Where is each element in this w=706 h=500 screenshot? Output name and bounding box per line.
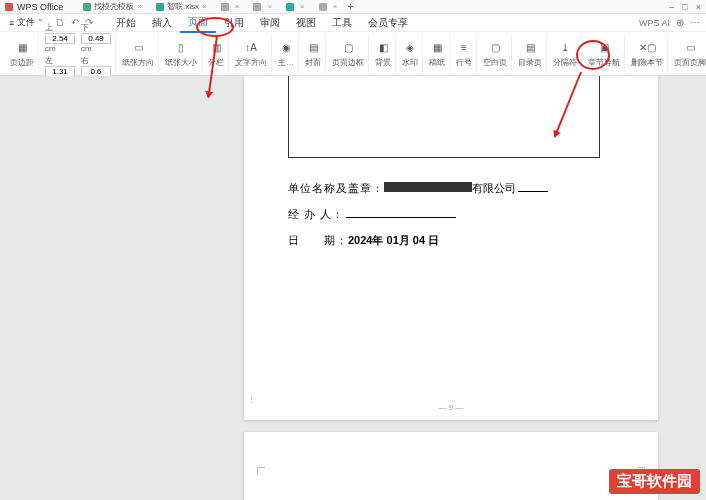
- text-direction-button[interactable]: ↕A文字方向: [231, 34, 272, 73]
- crop-mark-icon: [257, 467, 265, 475]
- close-icon[interactable]: ×: [267, 2, 272, 11]
- date-value: 2024年 01月 04 日: [348, 229, 439, 251]
- close-icon[interactable]: ×: [300, 2, 305, 11]
- unit-suffix: 有限公司: [472, 177, 516, 199]
- border-icon: ▢: [340, 40, 356, 56]
- doc-icon: [319, 3, 327, 11]
- menu-member[interactable]: 会员专享: [360, 14, 416, 32]
- app-name: WPS Office: [17, 2, 63, 12]
- app-logo-icon: [5, 3, 13, 11]
- watermark-icon: ◈: [402, 40, 418, 56]
- redacted-text: [384, 182, 472, 192]
- wps-ai-button[interactable]: WPS AI: [639, 18, 670, 28]
- doc-icon: [253, 3, 261, 11]
- page-border-button[interactable]: ▢页面边框: [328, 34, 369, 73]
- delete-section-icon: ✕▢: [639, 40, 655, 56]
- document-tabs: 找模壳模板× 智联.xlsx× × × × × +: [77, 1, 355, 13]
- document-page-1: 单位名称及盖章：有限公司 经 办 人： 日 期：2024年 01月 04 日 —…: [244, 76, 658, 420]
- margins-group[interactable]: ▦ 页边距: [6, 34, 39, 73]
- header-footer-button[interactable]: ▭页面页脚: [670, 34, 706, 73]
- separator-button[interactable]: ⤓分隔符: [549, 34, 582, 73]
- paper-size-button[interactable]: ▯纸张大小: [161, 34, 202, 73]
- line-number-button[interactable]: ≡行号: [452, 34, 477, 73]
- ruler-mark: ⋮: [248, 396, 255, 404]
- doc-tab-0[interactable]: 找模壳模板×: [77, 1, 148, 13]
- close-icon[interactable]: ×: [235, 2, 240, 11]
- close-icon[interactable]: ×: [202, 2, 207, 11]
- more-icon[interactable]: ⋯: [690, 17, 700, 28]
- doc-tab-1[interactable]: 智联.xlsx×: [150, 1, 213, 13]
- toc-page-button[interactable]: ▤目录页: [514, 34, 547, 73]
- doc-tab-2[interactable]: ×: [215, 1, 246, 13]
- doc-icon: [286, 3, 294, 11]
- margin-top-label: 上: [45, 23, 53, 32]
- menu-reference[interactable]: 引用: [216, 14, 252, 32]
- site-watermark: 宝哥软件园: [609, 469, 700, 494]
- file-menu[interactable]: ≡ 文件 ˅: [6, 16, 46, 29]
- doc-icon: [221, 3, 229, 11]
- doc-tab-label: 智联.xlsx: [167, 1, 199, 12]
- manuscript-icon: ▦: [429, 40, 445, 56]
- title-bar: WPS Office 找模壳模板× 智联.xlsx× × × × × + – □…: [0, 0, 706, 14]
- menu-tools[interactable]: 工具: [324, 14, 360, 32]
- menu-view[interactable]: 视图: [288, 14, 324, 32]
- doc-icon: [83, 3, 91, 11]
- margin-left-label: 左: [45, 56, 53, 65]
- separator-icon: ⤓: [557, 40, 573, 56]
- orientation-icon: ▭: [130, 40, 146, 56]
- form-area: 单位名称及盖章：有限公司 经 办 人： 日 期：2024年 01月 04 日: [288, 177, 608, 255]
- page-number: — 9 —: [244, 403, 658, 412]
- margins-label: 页边距: [10, 57, 34, 68]
- header-icon: ▭: [682, 40, 698, 56]
- search-icon[interactable]: ⊕: [676, 17, 684, 28]
- margin-left-input[interactable]: [45, 66, 75, 77]
- doc-tab-4[interactable]: ×: [280, 1, 311, 13]
- margins-icon: ▦: [14, 40, 30, 56]
- blank-icon: ▢: [487, 40, 503, 56]
- section-nav-button[interactable]: ▣章节导航: [584, 34, 625, 73]
- toc-icon: ▤: [522, 40, 538, 56]
- nav-icon: ▣: [596, 40, 612, 56]
- menu-start[interactable]: 开始: [108, 14, 144, 32]
- close-window-button[interactable]: ×: [696, 2, 701, 12]
- watermark-button[interactable]: ◈水印: [398, 34, 423, 73]
- cover-button[interactable]: ▤封面: [301, 34, 326, 73]
- content-frame: [288, 76, 600, 158]
- margin-right-label: 右: [81, 56, 89, 65]
- cover-icon: ▤: [305, 40, 321, 56]
- background-button[interactable]: ◧背景: [371, 34, 396, 73]
- margin-bottom-input[interactable]: [81, 33, 111, 44]
- lineno-icon: ≡: [456, 40, 472, 56]
- theme-button[interactable]: ◉主…: [274, 34, 299, 73]
- minimize-button[interactable]: –: [669, 2, 674, 12]
- doc-tab-label: 找模壳模板: [94, 1, 134, 12]
- menu-page[interactable]: 页面: [180, 13, 216, 33]
- file-label: 文件: [17, 16, 35, 29]
- manuscript-button[interactable]: ▦稿纸: [425, 34, 450, 73]
- menu-insert[interactable]: 插入: [144, 14, 180, 32]
- underline: [518, 179, 548, 192]
- document-workspace[interactable]: 单位名称及盖章：有限公司 经 办 人： 日 期：2024年 01月 04 日 —…: [0, 76, 706, 500]
- new-tab-button[interactable]: +: [345, 1, 355, 13]
- paper-orientation-button[interactable]: ▭纸张方向: [118, 34, 159, 73]
- close-icon[interactable]: ×: [137, 2, 142, 11]
- theme-icon: ◉: [278, 40, 294, 56]
- delete-section-button[interactable]: ✕▢删除本节: [627, 34, 668, 73]
- date-label: 日 期：: [288, 229, 348, 251]
- doc-tab-5[interactable]: ×: [313, 1, 344, 13]
- margin-right-input[interactable]: [81, 66, 111, 77]
- ribbon-toolbar: ▦ 页边距 上 cm 下 cm 左 cm 右 cm ▭纸张方向 ▯纸张大小 ▥分…: [0, 32, 706, 76]
- document-page-2: [244, 432, 658, 500]
- unit-label: 单位名称及盖章：: [288, 177, 384, 199]
- doc-icon: [156, 3, 164, 11]
- menu-review[interactable]: 审阅: [252, 14, 288, 32]
- paper-size-icon: ▯: [173, 40, 189, 56]
- margin-values: 上 cm 下 cm 左 cm 右 cm: [41, 34, 116, 73]
- close-icon[interactable]: ×: [333, 2, 338, 11]
- text-dir-icon: ↕A: [243, 40, 259, 56]
- blank-page-button[interactable]: ▢空白页: [479, 34, 512, 73]
- maximize-button[interactable]: □: [682, 2, 687, 12]
- doc-tab-3[interactable]: ×: [247, 1, 278, 13]
- underline: [346, 205, 456, 218]
- margin-top-input[interactable]: [45, 33, 75, 44]
